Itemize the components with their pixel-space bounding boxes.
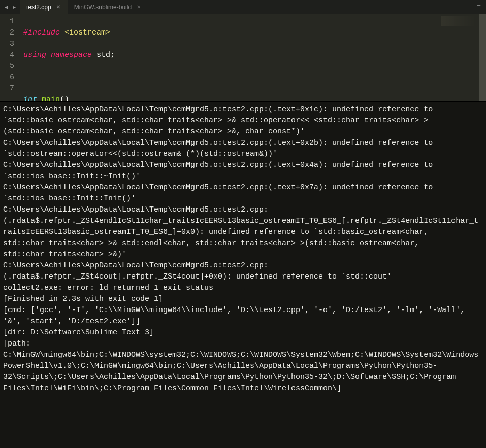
tab-mingw-build[interactable]: MinGW.sublime-build ✕ <box>68 0 148 14</box>
line-number: 3 <box>4 39 14 50</box>
tab-label: MinGW.sublime-build <box>74 4 132 11</box>
editor-pane: 1 2 3 4 5 6 7 #include <iostream> using … <box>0 14 486 101</box>
line-number: 4 <box>4 50 14 61</box>
code-line: #include <iostream> <box>23 27 433 39</box>
line-number: 2 <box>4 27 14 39</box>
build-output[interactable]: C:\Users\Achilles\AppData\Local\Temp\ccm… <box>0 101 486 448</box>
close-icon[interactable]: ✕ <box>56 4 60 10</box>
minimap-preview <box>441 16 477 26</box>
tab-test2-cpp[interactable]: test2.cpp ✕ <box>20 0 68 14</box>
code-line: using namespace std; <box>23 50 433 61</box>
minimap[interactable] <box>433 14 479 101</box>
code-line <box>23 72 433 83</box>
line-number: 6 <box>4 72 14 83</box>
scrollbar[interactable] <box>479 14 486 101</box>
line-number: 1 <box>4 16 14 27</box>
menu-icon[interactable]: ≡ <box>472 3 486 11</box>
nav-forward-icon[interactable]: ▶ <box>11 4 17 10</box>
nav-back-icon[interactable]: ◀ <box>3 4 9 10</box>
line-number: 5 <box>4 61 14 72</box>
gutter: 1 2 3 4 5 6 7 <box>0 14 19 101</box>
tabbar: ◀ ▶ test2.cpp ✕ MinGW.sublime-build ✕ ≡ <box>0 0 486 14</box>
close-icon[interactable]: ✕ <box>137 4 141 10</box>
code-line: int main() <box>23 94 433 101</box>
line-number: 7 <box>4 83 14 94</box>
nav-arrows: ◀ ▶ <box>0 4 20 10</box>
code-area[interactable]: #include <iostream> using namespace std;… <box>19 14 433 101</box>
scroll-thumb[interactable] <box>479 14 486 101</box>
tab-label: test2.cpp <box>26 4 51 11</box>
